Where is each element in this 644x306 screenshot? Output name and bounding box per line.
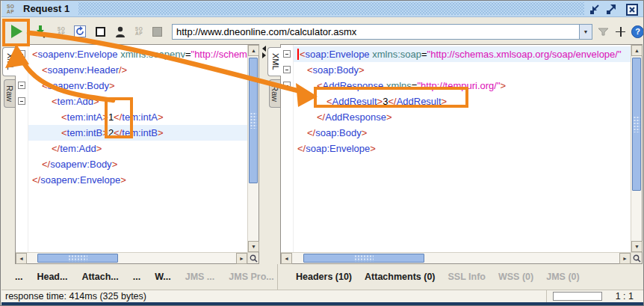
request-vertical-scrollbar[interactable]: ▲ ▼ <box>247 45 258 252</box>
response-bottom-tab[interactable]: Headers (10) <box>296 272 352 282</box>
fold-toggle-icon[interactable] <box>283 66 291 73</box>
scroll-up-icon[interactable]: ▲ <box>248 45 259 56</box>
cancel-request-icon[interactable] <box>96 27 105 37</box>
response-bottom-tabs: Headers (10)Attachments (0)SSL InfoWSS (… <box>278 264 644 290</box>
tab-xml[interactable]: XML <box>267 47 281 76</box>
add-to-testcase-icon[interactable] <box>35 25 47 38</box>
tab-raw[interactable]: Raw <box>269 79 280 108</box>
request-code-area[interactable]: <soapenv:Envelope xmlns:soapenv="http://… <box>28 45 247 252</box>
endpoint-url[interactable]: http://www.dneonline.com/calculator.asmx <box>173 26 579 37</box>
gray-square-icon[interactable] <box>152 27 162 37</box>
response-code-area[interactable]: <soap:Envelope xmlns:soap="http://schema… <box>294 45 631 252</box>
scroll-track[interactable] <box>248 56 258 241</box>
request-xml-editor[interactable]: <soapenv:Envelope xmlns:soapenv="http://… <box>15 44 259 264</box>
fold-toggle-icon[interactable] <box>283 50 291 58</box>
response-time-label: response time: 414ms (325 bytes) <box>5 291 146 302</box>
xml-token-tag: tem:intA <box>122 111 158 123</box>
scroll-thumb[interactable] <box>37 254 118 263</box>
scroll-down-icon[interactable]: ▼ <box>248 241 259 252</box>
xml-token-br: > <box>442 96 448 107</box>
scroll-right-icon[interactable]: ► <box>236 253 247 264</box>
response-horizontal-scrollbar[interactable]: ◄ ► <box>281 252 631 263</box>
response-bottom-tab: SSL Info <box>448 272 486 282</box>
bottom-strip <box>1 302 644 306</box>
scroll-track[interactable] <box>292 253 619 263</box>
scroll-up-icon[interactable]: ▲ <box>631 45 643 56</box>
xml-token-br: > <box>501 80 507 91</box>
xml-token-tag: AddResult <box>332 96 377 107</box>
xml-token-br: </ <box>42 159 50 170</box>
fold-toggle-icon[interactable] <box>283 82 291 89</box>
xml-token-tag: tem:intB <box>67 127 103 138</box>
response-vertical-scrollbar[interactable]: ▲ ▼ <box>631 45 642 252</box>
float-window-icon[interactable] <box>606 4 617 15</box>
xml-token-tag: soapenv:Body <box>48 80 109 91</box>
request-horizontal-scrollbar[interactable]: ◄ ► <box>16 252 247 263</box>
xml-line: <soap:Envelope xmlns:soap="http://schema… <box>294 46 631 62</box>
scroll-track[interactable] <box>27 253 236 263</box>
scroll-thumb[interactable] <box>249 58 258 183</box>
request-bottom-tab[interactable]: W... <box>155 272 171 282</box>
scroll-left-icon[interactable]: ◄ <box>16 253 27 264</box>
scroll-thumb[interactable] <box>632 58 641 191</box>
splitter-collapse-buttons[interactable] <box>260 45 267 58</box>
magnifier-button[interactable] <box>247 252 258 263</box>
request-bottom-tab[interactable]: Head... <box>37 272 67 282</box>
request-bottom-tab[interactable]: Attach... <box>81 272 118 282</box>
magnifier-button[interactable] <box>631 252 642 263</box>
soap-gray-icon-2[interactable]: SOAP <box>134 27 144 37</box>
add-endpoint-icon[interactable] <box>615 26 626 37</box>
fold-toggle-icon[interactable] <box>18 97 25 105</box>
status-separator <box>546 290 547 302</box>
xml-token-tag: AddResponse <box>323 80 384 91</box>
xml-token-br: < <box>52 96 58 107</box>
xml-token-br: > <box>158 127 164 138</box>
title-bar[interactable]: SO AP Request 1 <box>1 1 644 17</box>
response-bottom-tab[interactable]: Attachments (0) <box>365 272 435 282</box>
endpoint-combobox[interactable]: http://www.dneonline.com/calculator.asmx… <box>172 24 592 40</box>
xml-token-br: > <box>93 96 99 107</box>
fold-cell <box>281 78 293 94</box>
recreate-request-icon[interactable] <box>74 25 86 37</box>
request-view-tabs: XML Raw <box>2 44 15 264</box>
submit-request-icon[interactable] <box>9 24 24 39</box>
scroll-right-icon[interactable]: ► <box>619 253 631 264</box>
fold-toggle-icon[interactable] <box>18 50 25 58</box>
tab-raw[interactable]: Raw <box>4 79 15 108</box>
scroll-track[interactable] <box>631 56 642 241</box>
scroll-down-icon[interactable]: ▼ <box>631 241 643 252</box>
xml-token-tag: soap:Envelope <box>306 143 370 154</box>
request-bottom-tabs: ...Head...Attach......W...JMS ...JMS Pro… <box>1 264 278 290</box>
xml-line: </soapenv:Envelope> <box>28 172 247 188</box>
fold-toggle-icon[interactable] <box>18 82 25 89</box>
user-icon[interactable] <box>115 26 126 37</box>
help-icon[interactable]: ? <box>631 25 644 38</box>
xml-token-br: </ <box>52 143 60 154</box>
progress-indicator <box>553 292 602 301</box>
request-bottom-tab[interactable]: ... <box>133 272 140 282</box>
tab-xml[interactable]: XML <box>2 47 16 76</box>
collapse-left-icon[interactable] <box>262 46 266 52</box>
collapse-right-icon[interactable] <box>262 52 266 58</box>
fold-cell <box>281 46 293 62</box>
fold-cell <box>16 172 28 188</box>
close-icon[interactable] <box>626 4 637 15</box>
xml-token-br: </ <box>307 127 315 138</box>
fold-cell <box>16 156 28 172</box>
dock-window-icon[interactable] <box>589 4 601 15</box>
xml-line: </soap:Body> <box>294 125 631 141</box>
xml-token-br: > <box>102 127 108 138</box>
request-bottom-tab[interactable]: ... <box>15 272 22 282</box>
soap-gray-icon[interactable]: SOAP <box>56 27 66 37</box>
fold-cell <box>281 141 293 156</box>
scroll-thumb[interactable] <box>303 254 424 263</box>
xml-line: <AddResult>3</AddResult> <box>294 94 631 109</box>
xml-token-br: > <box>109 80 115 91</box>
scroll-left-icon[interactable]: ◄ <box>281 253 292 264</box>
xml-token-tag: soapenv:Header <box>48 64 119 76</box>
xml-line: <soap:Body> <box>294 62 631 78</box>
edit-endpoint-icon[interactable] <box>598 26 610 37</box>
response-xml-editor[interactable]: <soap:Envelope xmlns:soap="http://schema… <box>280 44 643 264</box>
bottom-tab-rows: ...Head...Attach......W...JMS ...JMS Pro… <box>1 264 644 290</box>
chevron-down-icon[interactable]: ▼ <box>579 25 592 39</box>
